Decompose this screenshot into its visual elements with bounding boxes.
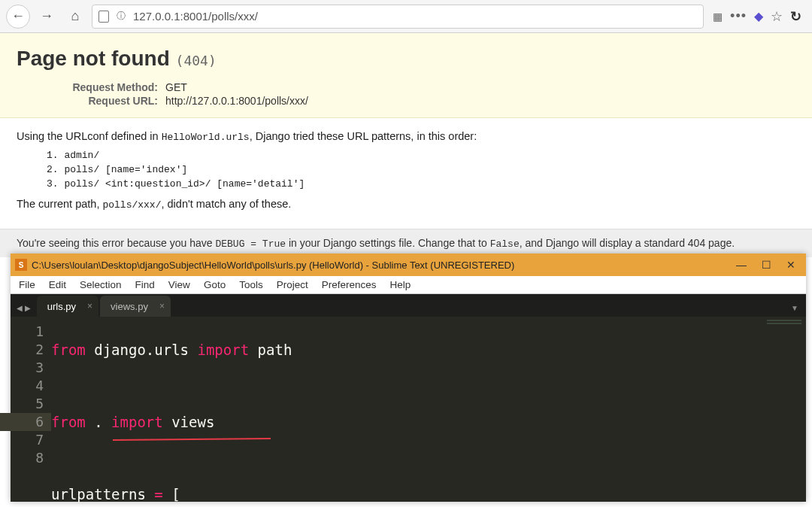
menu-selection[interactable]: Selection: [73, 279, 129, 290]
error-heading: Page not found: [17, 47, 170, 70]
django-error-header: Page not found (404) Request Method: GET…: [0, 33, 812, 118]
failed-path: polls/xxx/: [102, 199, 161, 211]
menu-preferences[interactable]: Preferences: [315, 279, 383, 290]
sublime-menu-bar: File Edit Selection Find View Goto Tools…: [11, 276, 806, 294]
url-bar[interactable]: ⓘ 127.0.0.1:8001/polls/xxx/: [92, 5, 704, 29]
django-debug-footer: You're seeing this error because you hav…: [0, 229, 812, 257]
url-pattern-item: 3. polls/ <int:question_id>/ [name='deta…: [47, 178, 795, 192]
code-content[interactable]: from django.urls import path from . impo…: [51, 317, 559, 502]
menu-help[interactable]: Help: [383, 279, 418, 290]
nav-back-button[interactable]: ←: [6, 5, 30, 29]
sublime-titlebar[interactable]: S C:\Users\loulan\Desktop\djangoSubject\…: [11, 254, 806, 276]
url-pattern-item: 2. polls/ [name='index']: [47, 163, 795, 178]
minimap[interactable]: [767, 320, 801, 342]
browser-toolbar: ← → ⌂ ⓘ 127.0.0.1:8001/polls/xxx/ ▦ ••• …: [0, 0, 812, 33]
more-icon[interactable]: •••: [730, 8, 747, 24]
sublime-window-title: C:\Users\loulan\Desktop\djangoSubject\He…: [32, 260, 736, 271]
red-underline-annotation: [113, 438, 271, 441]
nav-forward-button[interactable]: →: [35, 5, 59, 29]
minimize-button[interactable]: —: [736, 259, 747, 271]
request-url-value: http://127.0.0.1:8001/polls/xxx/: [165, 95, 308, 107]
maximize-button[interactable]: ☐: [762, 259, 771, 271]
tab-close-icon[interactable]: ×: [87, 301, 92, 311]
tab-label: urls.py: [47, 301, 76, 312]
status-code: (404): [176, 47, 217, 68]
toolbar-actions: ▦ ••• ◆ ☆ ↻: [708, 8, 806, 25]
reload-button[interactable]: ↻: [790, 8, 801, 25]
code-editor[interactable]: 1 2 3 4 5 6 7 8 from django.urls import …: [11, 317, 806, 502]
menu-tools[interactable]: Tools: [232, 279, 270, 290]
url-text: 127.0.0.1:8001/polls/xxx/: [133, 10, 258, 23]
line-number-gutter: 1 2 3 4 5 6 7 8: [11, 317, 51, 502]
tab-urls-py[interactable]: urls.py ×: [37, 296, 98, 317]
sublime-app-icon: S: [15, 259, 27, 271]
shield-icon: [98, 11, 109, 23]
tab-label: views.py: [111, 301, 148, 312]
request-meta: Request Method: GET Request URL: http://…: [62, 81, 795, 107]
tab-dropdown-icon[interactable]: ▼: [791, 304, 806, 317]
debug-setting: DEBUG = True: [215, 238, 286, 250]
django-error-body: Using the URLconf defined in HelloWorld.…: [0, 118, 812, 229]
menu-view[interactable]: View: [162, 279, 197, 290]
menu-edit[interactable]: Edit: [42, 279, 73, 290]
request-url-label: Request URL:: [62, 95, 165, 107]
sublime-text-window: S C:\Users\loulan\Desktop\djangoSubject\…: [11, 254, 806, 502]
menu-find[interactable]: Find: [129, 279, 162, 290]
urlconf-name: HelloWorld.urls: [162, 132, 250, 143]
menu-file[interactable]: File: [12, 279, 42, 290]
bookmark-star-icon[interactable]: ☆: [771, 8, 783, 25]
tab-views-py[interactable]: views.py ×: [100, 296, 171, 317]
sublime-tab-bar: ◀ ▶ urls.py × views.py × ▼: [11, 294, 806, 317]
page-title: Page not found (404): [17, 47, 795, 71]
extension-icon[interactable]: ◆: [754, 9, 763, 23]
close-button[interactable]: ✕: [786, 259, 795, 271]
tab-history-nav[interactable]: ◀ ▶: [17, 304, 37, 317]
url-pattern-list: 1. admin/ 2. polls/ [name='index'] 3. po…: [47, 149, 795, 192]
tab-close-icon[interactable]: ×: [159, 301, 165, 311]
qr-icon[interactable]: ▦: [713, 11, 723, 23]
menu-goto[interactable]: Goto: [197, 279, 232, 290]
no-match-message: The current path, polls/xxx/, didn't mat…: [17, 198, 795, 211]
urlconf-intro: Using the URLconf defined in HelloWorld.…: [17, 130, 795, 143]
nav-home-button[interactable]: ⌂: [63, 5, 87, 29]
menu-project[interactable]: Project: [270, 279, 315, 290]
url-pattern-item: 1. admin/: [47, 149, 795, 163]
request-method-value: GET: [165, 81, 187, 93]
request-method-label: Request Method:: [62, 81, 165, 93]
info-icon[interactable]: ⓘ: [115, 11, 127, 23]
